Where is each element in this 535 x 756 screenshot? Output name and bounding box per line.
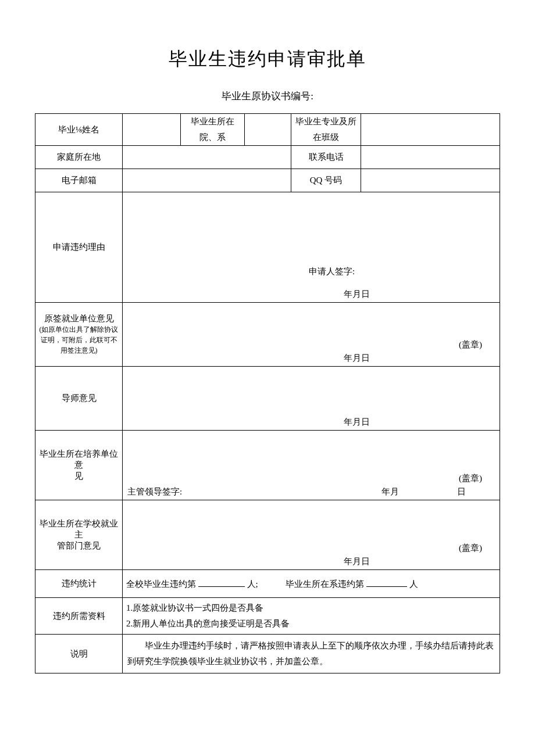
material-item1: 1.原签就业协议书一式四份是否具备	[126, 600, 496, 616]
field-major[interactable]	[361, 114, 500, 146]
label-phone: 联系电话	[291, 146, 361, 169]
school-dept-seal: (盖章)	[123, 543, 500, 554]
approval-table: 毕业⅛姓名 毕业生所在 毕业生专业及所 院、系 在班级 家庭所在地 联系电话 电…	[35, 113, 500, 673]
orig-employer-note: (如原单位出具了解除协议证明，可附后，此联可不用签注意见)	[38, 324, 120, 356]
cultivate-date-d: 日	[457, 486, 495, 497]
field-qq[interactable]	[361, 169, 500, 192]
cultivate-l2: 见	[74, 471, 83, 481]
orig-employer-date: 年月日	[123, 350, 500, 366]
label-dept-l1: 毕业生所在	[181, 114, 245, 130]
stats-blank2[interactable]	[366, 578, 407, 587]
cultivate-l1: 毕业生所在培养单位意	[40, 449, 118, 470]
cultivate-sign-label: 主管领导签字:	[127, 486, 182, 497]
advisor-date: 年月日	[123, 417, 500, 430]
field-cultivate-unit[interactable]: (盖章) 主管领导签字: 年月 日	[123, 431, 500, 500]
field-description: 毕业生办理违约手续时，请严格按照申请表从上至下的顺序依次办理，手续办结后请持此表…	[123, 635, 500, 673]
label-home: 家庭所在地	[35, 146, 123, 169]
label-qq: QQ 号码	[291, 169, 361, 192]
field-stats: 全校毕业生违约第 人; 毕业生所在系违约第 人	[123, 570, 500, 598]
label-dept-l2: 院、系	[181, 130, 245, 146]
cultivate-seal: (盖章)	[123, 473, 500, 484]
label-school-dept: 毕业生所在学校就业主 管部门意见	[35, 500, 123, 570]
school-dept-l2: 管部门意见	[57, 541, 101, 550]
stats-blank1[interactable]	[198, 578, 245, 587]
label-materials: 违约所需资料	[35, 598, 123, 635]
page-title: 毕业生违约申请审批单	[35, 46, 500, 72]
label-orig-employer: 原签就业单位意见 (如原单位出具了解除协议证明，可附后，此联可不用签注意见)	[35, 303, 123, 367]
field-student-name[interactable]	[123, 114, 181, 146]
stats-text2: 人;	[247, 579, 258, 589]
field-reason[interactable]: 申请人签字: 年月日	[123, 192, 500, 303]
field-school-dept[interactable]: (盖章) 年月日	[123, 500, 500, 570]
stats-text4: 人	[409, 579, 418, 589]
subtitle: 毕业生原协议书编号:	[35, 89, 500, 103]
reason-sign-label: 申请人签字:	[123, 266, 500, 289]
field-email[interactable]	[123, 169, 291, 192]
field-orig-employer[interactable]: (盖章) 年月日	[123, 303, 500, 367]
label-major-l2: 在班级	[291, 130, 361, 146]
reason-date: 年月日	[123, 289, 500, 302]
stats-text3: 毕业生所在系违约第	[286, 579, 364, 589]
field-materials: 1.原签就业协议书一式四份是否具备 2.新用人单位出具的意向接受证明是否具备	[123, 598, 500, 635]
field-phone[interactable]	[361, 146, 500, 169]
orig-employer-seal: (盖章)	[123, 339, 500, 350]
label-major-l1: 毕业生专业及所	[291, 114, 361, 130]
label-advisor: 导师意见	[35, 367, 123, 431]
label-description: 说明	[35, 635, 123, 673]
field-advisor[interactable]: 年月日	[123, 367, 500, 431]
stats-text1: 全校毕业生违约第	[126, 579, 196, 589]
label-student-name: 毕业⅛姓名	[35, 114, 123, 146]
label-email: 电子邮箱	[35, 169, 123, 192]
cultivate-date-ym: 年月	[381, 486, 457, 497]
label-cultivate-unit: 毕业生所在培养单位意 见	[35, 431, 123, 500]
school-dept-l1: 毕业生所在学校就业主	[40, 519, 118, 539]
school-dept-date: 年月日	[123, 554, 500, 569]
label-reason: 申请违约理由	[35, 192, 123, 303]
orig-employer-label-text: 原签就业单位意见	[38, 313, 120, 324]
field-dept[interactable]	[245, 114, 291, 146]
field-home[interactable]	[123, 146, 291, 169]
label-stats: 违约统计	[35, 570, 123, 598]
material-item2: 2.新用人单位出具的意向接受证明是否具备	[126, 616, 496, 632]
